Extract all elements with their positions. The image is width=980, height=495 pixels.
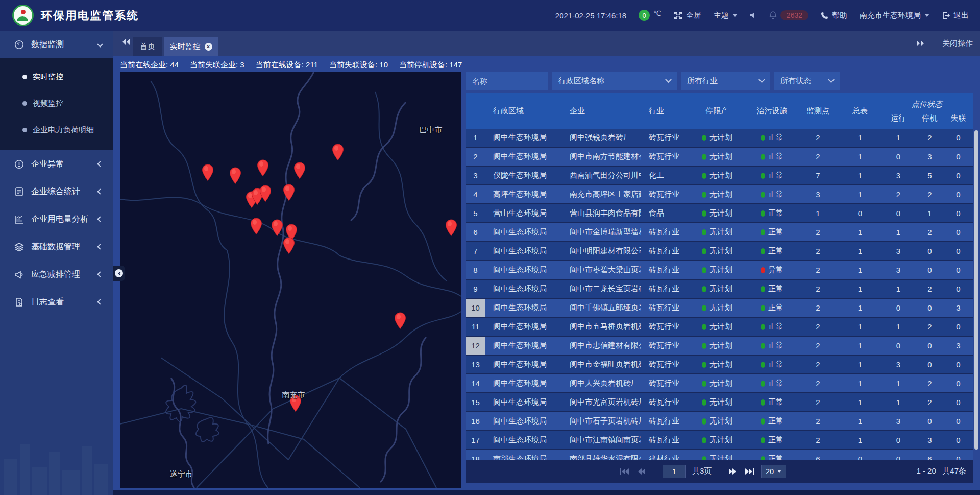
tabs-scroll-left-button[interactable] <box>121 38 131 46</box>
status-dot-icon <box>702 248 706 254</box>
page-size-select[interactable]: 20 <box>761 465 786 478</box>
last-page-button[interactable] <box>745 468 755 475</box>
map-marker-10[interactable] <box>271 219 283 237</box>
tab-realtime-monitor[interactable]: 实时监控 × <box>164 37 218 56</box>
sidebar-item-实时监控[interactable]: 实时监控 <box>0 63 113 90</box>
sidebar-group-4[interactable]: 基础数据管理 <box>0 233 113 261</box>
temperature-unit: ℃ <box>653 9 662 17</box>
chevron-down-icon <box>665 76 672 83</box>
fullscreen-button[interactable]: 全屏 <box>674 11 701 20</box>
pagination-bar: 共3页 20 1 - 20 共47条 <box>466 460 973 483</box>
table-row-11[interactable]: 11阆中生态环境局阆中市五马桥页岩机砖砖瓦行业无计划正常21120 <box>466 318 973 336</box>
sidebar-group-label: 企业用电量分析 <box>31 214 88 225</box>
sidebar-group-label: 应急减排管理 <box>31 269 80 280</box>
cell-pollution-facility: 正常 <box>748 318 796 336</box>
close-icon[interactable]: × <box>205 43 212 51</box>
cell-pollution-facility: 正常 <box>748 374 796 392</box>
panel-collapse-handle[interactable] <box>113 266 125 281</box>
cell-bureau: 阆中生态环境局 <box>485 337 561 355</box>
cell-run: 3 <box>880 356 916 373</box>
map-marker-2[interactable] <box>257 159 269 177</box>
main-content: 当前在线企业: 44当前失联企业: 3当前在线设备: 211当前失联设备: 10… <box>113 56 980 495</box>
cell-total-meters: 1 <box>840 318 880 336</box>
table-row-5[interactable]: 5营山生态环境局营山县润丰肉食品有限食品无计划正常10010 <box>466 204 973 222</box>
table-row-3[interactable]: 3仪陇生态环境局西南油气田分公司川中化工无计划正常71350 <box>466 167 973 184</box>
sidebar-group-6[interactable]: 日志查看 <box>0 288 113 316</box>
org-dropdown[interactable]: 南充市生态环境局 <box>860 11 929 20</box>
table-row-10[interactable]: 10阆中生态环境局阆中千佛镇五郎垭页岩砖瓦行业无计划正常21003 <box>466 299 973 317</box>
table-row-16[interactable]: 16阆中生态环境局阆中市石子页岩机砖厂砖瓦行业无计划正常21300 <box>466 412 973 430</box>
table-row-18[interactable]: 18南部生态环境局南部县雄华水泥有限公建材行业无计划正常60060 <box>466 450 973 460</box>
table-row-12[interactable]: 12阆中生态环境局阆中市忠信建材有限公砖瓦行业无计划正常21003 <box>466 337 973 355</box>
table-row-1[interactable]: 1阆中生态环境局阆中强锐页岩砖厂砖瓦行业无计划正常21120 <box>466 129 973 147</box>
map-panel[interactable]: 巴中市南充市遂宁市 <box>120 72 461 488</box>
vertical-scrollbar-thumb[interactable] <box>974 130 978 450</box>
first-page-button[interactable] <box>619 468 629 475</box>
map-city-label-巴中市: 巴中市 <box>420 125 443 135</box>
cell-pollution-facility: 正常 <box>748 356 796 373</box>
cell-lost: 0 <box>943 393 973 411</box>
map-marker-7[interactable] <box>259 185 272 202</box>
region-select[interactable]: 行政区域名称 <box>552 72 677 90</box>
col-治污设施: 治污设施 <box>748 93 796 129</box>
sound-button[interactable] <box>750 12 757 19</box>
notifications[interactable]: 2632 <box>769 10 808 20</box>
sidebar-item-视频监控[interactable]: 视频监控 <box>0 90 113 116</box>
help-button[interactable]: 帮助 <box>821 11 847 20</box>
prev-page-button[interactable] <box>635 468 646 475</box>
table-row-14[interactable]: 14阆中生态环境局阆中大兴页岩机砖厂砖瓦行业无计划正常21120 <box>466 374 973 392</box>
sidebar-group-5[interactable]: 应急减排管理 <box>0 261 113 288</box>
table-row-6[interactable]: 6阆中生态环境局阆中市金博瑞新型墙材砖瓦行业无计划正常21120 <box>466 223 973 241</box>
cell-total-meters: 1 <box>840 393 880 411</box>
table-row-17[interactable]: 17阆中生态环境局阆中市江南镇阆南页岩砖瓦行业无计划正常21030 <box>466 431 973 449</box>
cell-company: 南充市高坪区王家店建 <box>561 185 641 203</box>
tabs-scroll-right-button[interactable] <box>916 39 925 48</box>
sidebar-item-企业电力负荷明细[interactable]: 企业电力负荷明细 <box>0 116 113 143</box>
map-marker-3[interactable] <box>293 162 306 179</box>
cell-run: 1 <box>880 318 916 336</box>
close-operations-button[interactable]: 关闭操作 <box>942 39 973 49</box>
sidebar-group-0[interactable]: 数据监测 <box>0 31 113 58</box>
map-marker-1[interactable] <box>229 167 241 184</box>
table-row-13[interactable]: 13阆中生态环境局阆中市金福旺页岩机砖砖瓦行业无计划正常21300 <box>466 356 973 373</box>
map-marker-14[interactable] <box>394 312 406 329</box>
cell-run: 3 <box>880 242 916 260</box>
map-marker-13[interactable] <box>445 219 457 237</box>
cell-row-number: 3 <box>466 167 485 184</box>
sidebar-group-3[interactable]: 企业用电量分析 <box>0 205 113 233</box>
cell-monitor-points: 7 <box>796 167 840 184</box>
table-row-4[interactable]: 4高坪生态环境局南充市高坪区王家店建砖瓦行业无计划正常31220 <box>466 185 973 203</box>
logout-button[interactable]: 退出 <box>942 11 969 20</box>
map-marker-12[interactable] <box>283 237 295 254</box>
map-marker-0[interactable] <box>202 164 214 181</box>
industry-select[interactable]: 所有行业 <box>681 72 770 90</box>
status-dot-icon <box>761 192 765 198</box>
cell-lost: 0 <box>943 412 973 430</box>
table-row-7[interactable]: 7阆中生态环境局阆中明阳建材有限公司砖瓦行业无计划正常21300 <box>466 242 973 260</box>
table-row-9[interactable]: 9阆中生态环境局阆中市二龙长宝页岩砖砖瓦行业无计划正常21120 <box>466 280 973 298</box>
cell-industry: 食品 <box>641 204 687 222</box>
table-row-15[interactable]: 15阆中生态环境局阆中市光富页岩机砖厂砖瓦行业无计划正常21120 <box>466 393 973 411</box>
cell-monitor-points: 3 <box>796 185 840 203</box>
next-page-button[interactable] <box>728 468 739 475</box>
theme-dropdown[interactable]: 主题 <box>714 11 738 20</box>
sidebar-group-2[interactable]: 企业综合统计 <box>0 178 113 205</box>
name-search-input[interactable] <box>466 72 548 90</box>
map-marker-9[interactable] <box>250 218 262 235</box>
stat-当前失联企业: 当前失联企业: 3 <box>190 60 244 70</box>
cell-total-meters: 1 <box>840 129 880 147</box>
cell-stop: 2 <box>916 223 943 241</box>
tab-home[interactable]: 首页 <box>133 37 162 56</box>
cell-production-limit: 无计划 <box>687 318 748 336</box>
map-marker-8[interactable] <box>283 184 295 201</box>
map-marker-4[interactable] <box>332 144 344 161</box>
status-select[interactable]: 所有状态 <box>774 72 840 90</box>
sidebar-group-1[interactable]: 企业异常 <box>0 150 113 178</box>
cell-bureau: 南部生态环境局 <box>485 450 561 460</box>
table-row-8[interactable]: 8阆中生态环境局阆中市枣碧大梁山页岩砖瓦行业无计划异常21300 <box>466 261 973 279</box>
table-row-2[interactable]: 2阆中生态环境局阆中市南方节能建材有砖瓦行业无计划正常21030 <box>466 148 973 166</box>
cell-production-limit: 无计划 <box>687 356 748 373</box>
page-number-input[interactable] <box>663 465 686 478</box>
cell-stop: 6 <box>916 450 943 460</box>
cell-stop: 2 <box>916 185 943 203</box>
